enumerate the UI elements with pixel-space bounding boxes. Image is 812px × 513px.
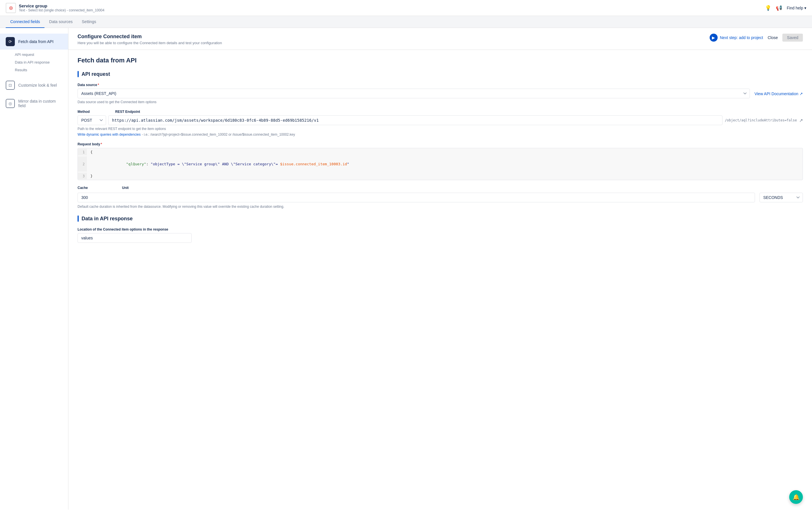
main-title: Fetch data from API [78, 57, 803, 64]
configure-description: Here you will be able to configure the C… [78, 41, 222, 45]
cache-group: Cache Unit SECONDSMINUTESHOURS Default c… [78, 186, 803, 209]
next-step-circle-icon: ▶ [709, 34, 718, 41]
code-line-3: 3 } [78, 172, 803, 180]
sidebar-item-customize-label: Customize look & feel [18, 83, 57, 88]
endpoint-label-col: REST Endpoint [115, 110, 803, 115]
next-step-label: Next step: add to project [720, 35, 763, 40]
sidebar-sub-item-data-response[interactable]: Data in API response [15, 58, 68, 66]
sidebar-sub-items: API request Data in API response Results [0, 50, 68, 75]
cache-row: SECONDSMINUTESHOURS [78, 193, 803, 202]
method-label: Method [78, 110, 111, 114]
data-source-row: Assets (REST_API) View API Documentation… [78, 89, 803, 98]
tab-bar-wrapper: Connected fields Data sources Settings [0, 16, 812, 28]
app-logo: ⊛ [6, 3, 16, 13]
sidebar-item-mirror-label: Mirror data in custom field [18, 99, 62, 108]
content-area: Configure Connected item Here you will b… [68, 28, 812, 510]
endpoint-external-link-icon[interactable]: ↗ [799, 118, 803, 123]
data-source-group: Data source * Assets (REST_API) View API… [78, 83, 803, 104]
request-body-group: Request body * 1 { 2 "qlQuery": "objectT… [78, 142, 803, 180]
logo-icon: ⊛ [9, 5, 13, 11]
find-help-button[interactable]: Find help ▾ [787, 6, 806, 10]
configure-header-right: ▶ Next step: add to project Close Saved [709, 34, 803, 41]
find-help-label: Find help [787, 6, 803, 10]
top-bar-right: 💡 📢 Find help ▾ [765, 5, 806, 11]
data-source-select[interactable]: Assets (REST_API) [78, 89, 750, 98]
endpoint-help: Path to the relevant REST endpoint to ge… [78, 127, 803, 131]
close-button[interactable]: Close [768, 35, 778, 40]
location-input[interactable] [78, 233, 192, 243]
configure-header: Configure Connected item Here you will b… [68, 28, 812, 50]
unit-select[interactable]: SECONDSMINUTESHOURS [759, 193, 803, 202]
top-bar: ⊛ Service group Text - Select list (sing… [0, 0, 812, 16]
sidebar-item-fetch-api-label: Fetch data from API [18, 39, 54, 44]
cache-label: Cache [78, 186, 117, 190]
tab-settings[interactable]: Settings [77, 16, 101, 28]
dynamic-link-row: Write dynamic queries with dependencies … [78, 132, 803, 137]
data-source-col: Assets (REST_API) [78, 89, 750, 98]
view-api-link[interactable]: View API Documentation ↗ [754, 91, 803, 98]
location-label: Location of the Connected item options i… [78, 228, 803, 232]
endpoint-label: REST Endpoint [115, 110, 803, 114]
method-select[interactable]: GETPOSTPUTDELETEPATCH [78, 115, 106, 125]
endpoint-input[interactable] [108, 115, 723, 125]
chevron-down-icon: ▾ [804, 6, 806, 10]
request-body-label: Request body * [78, 142, 803, 146]
top-bar-left: ⊛ Service group Text - Select list (sing… [6, 3, 104, 13]
cache-unit-labels: Cache Unit [78, 186, 803, 191]
section-bar [78, 71, 79, 77]
required-marker-2: * [100, 142, 102, 146]
top-bar-title-group: Service group Text - Select list (single… [19, 3, 104, 12]
mirror-icon: ◎ [6, 99, 15, 108]
method-label-col: Method [78, 110, 111, 115]
configure-header-left: Configure Connected item Here you will b… [78, 34, 222, 45]
code-editor[interactable]: 1 { 2 "qlQuery": "objectType = \"Service… [78, 148, 803, 180]
notification-fab[interactable]: 🔔 [789, 490, 803, 504]
sidebar: ⟳ Fetch data from API API request Data i… [0, 28, 68, 510]
sidebar-item-mirror[interactable]: ◎ Mirror data in custom field [0, 95, 68, 112]
app-title: Service group [19, 3, 104, 8]
app-subtitle: Text - Select list (single choice) - con… [19, 8, 104, 12]
sidebar-item-fetch-api[interactable]: ⟳ Fetch data from API [0, 34, 68, 50]
method-endpoint-labels: Method REST Endpoint [78, 110, 803, 115]
code-line-2: 2 "qlQuery": "objectType = \"Service gro… [78, 156, 803, 172]
form-content: Fetch data from API API request Data sou… [68, 50, 812, 510]
dynamic-link[interactable]: Write dynamic queries with dependencies [78, 132, 141, 137]
data-source-label: Data source * [78, 83, 803, 87]
tab-data-sources[interactable]: Data sources [45, 16, 77, 28]
external-link-icon: ↗ [800, 91, 803, 96]
main-layout: ⟳ Fetch data from API API request Data i… [0, 28, 812, 510]
location-group: Location of the Connected item options i… [78, 228, 803, 243]
lightbulb-icon[interactable]: 💡 [765, 5, 771, 11]
tab-bar: Connected fields Data sources Settings [0, 16, 812, 28]
saved-button: Saved [782, 34, 803, 41]
endpoint-row: GETPOSTPUTDELETEPATCH /object/aql?includ… [78, 115, 803, 125]
required-marker: * [98, 83, 99, 87]
configure-title: Configure Connected item [78, 34, 222, 40]
notification-bell-icon: 🔔 [793, 494, 800, 501]
unit-label: Unit [122, 186, 168, 190]
cache-input[interactable] [78, 193, 755, 202]
sidebar-item-customize[interactable]: ⊡ Customize look & feel [0, 77, 68, 93]
tab-connected-fields[interactable]: Connected fields [6, 16, 45, 28]
endpoint-group: Method REST Endpoint GETPOSTPUTDELETEPAT… [78, 110, 803, 137]
sidebar-sub-item-api-request[interactable]: API request [15, 51, 68, 58]
customize-icon: ⊡ [6, 81, 15, 90]
data-source-help: Data source used to get the Connected it… [78, 100, 803, 104]
code-line-1: 1 { [78, 148, 803, 156]
api-request-section-title: API request [78, 71, 803, 77]
next-step-button[interactable]: ▶ Next step: add to project [709, 34, 763, 41]
fetch-api-icon: ⟳ [6, 37, 15, 46]
endpoint-suffix: /object/aql?includeAttributes=false [725, 118, 797, 122]
dynamic-link-suffix: - i.e.: /search?jql=project=$issue.conne… [142, 132, 295, 137]
sidebar-sub-item-results[interactable]: Results [15, 66, 68, 74]
cache-help: Default cache duration is inherited from… [78, 205, 803, 209]
section-bar-2 [78, 215, 79, 222]
megaphone-icon[interactable]: 📢 [776, 5, 782, 11]
api-response-section-title: Data in API response [78, 215, 803, 222]
view-api-label: View API Documentation [754, 91, 798, 96]
